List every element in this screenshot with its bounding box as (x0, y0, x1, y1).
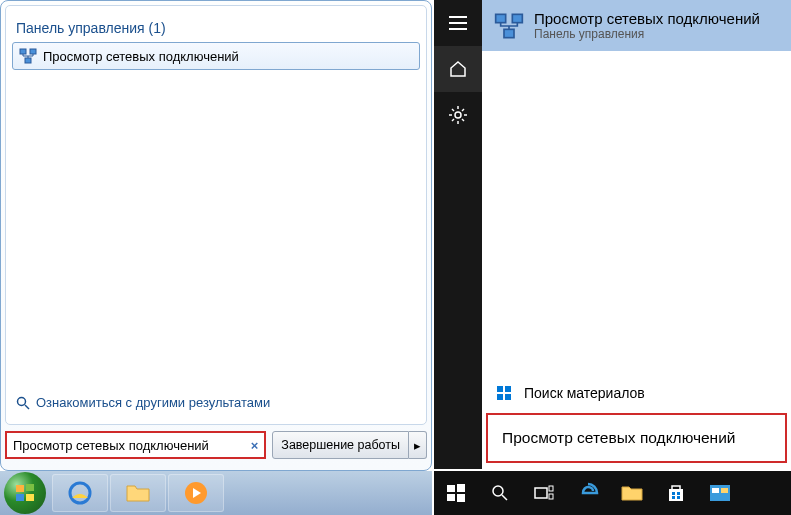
svg-rect-40 (677, 492, 680, 495)
folder-icon (621, 484, 643, 502)
svg-point-14 (455, 112, 461, 118)
store-icon (496, 385, 512, 401)
svg-line-19 (452, 109, 454, 111)
hamburger-button[interactable] (434, 0, 482, 46)
svg-rect-25 (504, 29, 514, 37)
win7-start-button[interactable] (4, 472, 46, 514)
win10-result-title: Просмотр сетевых подключений (534, 10, 760, 27)
win10-body (482, 51, 791, 375)
svg-rect-33 (457, 494, 465, 502)
svg-rect-32 (447, 494, 455, 501)
search-icon (491, 484, 509, 502)
win7-search-text: Просмотр сетевых подключений (13, 438, 251, 453)
store-icon (666, 483, 686, 503)
taskbar-store-button[interactable] (654, 471, 698, 515)
taskbar-explorer-button[interactable] (610, 471, 654, 515)
svg-rect-45 (721, 488, 728, 493)
taskbar-edge-button[interactable] (566, 471, 610, 515)
clear-icon[interactable]: × (251, 438, 259, 453)
win10-materials-label: Поиск материалов (524, 385, 645, 401)
hamburger-icon (449, 16, 467, 30)
svg-rect-23 (496, 14, 506, 22)
taskbar-media-button[interactable] (168, 474, 224, 512)
svg-line-20 (462, 119, 464, 121)
shutdown-button[interactable]: Завершение работы (272, 431, 409, 459)
win10-taskbar (434, 471, 791, 515)
svg-rect-39 (672, 492, 675, 495)
win7-results-pane: Панель управления (1) Просмотр сетевых п… (5, 5, 427, 425)
win10-start-button[interactable] (434, 471, 478, 515)
win7-category-header: Панель управления (1) (12, 12, 420, 42)
shutdown-label: Завершение работы (281, 438, 400, 452)
svg-rect-2 (25, 58, 31, 63)
svg-rect-30 (447, 485, 455, 492)
svg-rect-24 (512, 14, 522, 22)
svg-line-35 (502, 495, 507, 500)
svg-rect-36 (535, 488, 547, 498)
win7-start-menu: Панель управления (1) Просмотр сетевых п… (0, 0, 432, 471)
network-icon (494, 11, 524, 41)
svg-rect-8 (26, 494, 34, 501)
svg-rect-26 (497, 386, 503, 392)
network-icon (19, 47, 37, 65)
home-button[interactable] (434, 46, 482, 92)
shutdown-group: Завершение работы ▸ (272, 431, 427, 459)
win7-search-input[interactable]: Просмотр сетевых подключений × (5, 431, 266, 459)
app-icon (709, 484, 731, 502)
win10-search-input[interactable]: Просмотр сетевых подключений (486, 413, 787, 463)
search-icon (16, 396, 30, 410)
svg-line-22 (462, 109, 464, 111)
win10-search-materials[interactable]: Поиск материалов (482, 375, 791, 411)
svg-point-34 (493, 486, 503, 496)
svg-rect-29 (505, 394, 511, 400)
svg-rect-41 (672, 496, 675, 499)
svg-rect-37 (549, 486, 553, 491)
svg-rect-0 (20, 49, 26, 54)
chevron-right-icon: ▸ (414, 438, 421, 453)
win10-search-text: Просмотр сетевых подключений (502, 429, 736, 446)
taskbar-app-button[interactable] (698, 471, 742, 515)
svg-rect-44 (712, 488, 719, 493)
win10-rail (434, 0, 482, 469)
edge-icon (577, 482, 599, 504)
win10-search-button[interactable] (478, 471, 522, 515)
ie-icon (67, 480, 93, 506)
spacer (12, 70, 420, 387)
svg-rect-28 (497, 394, 503, 400)
home-icon (449, 60, 467, 78)
svg-point-3 (18, 397, 26, 405)
win10-content: Просмотр сетевых подключений Панель упра… (482, 0, 791, 469)
taskbar-ie-button[interactable] (52, 474, 108, 512)
win10-taskview-button[interactable] (522, 471, 566, 515)
svg-rect-5 (16, 485, 24, 492)
svg-rect-38 (549, 494, 553, 499)
win7-result-label: Просмотр сетевых подключений (43, 49, 239, 64)
media-player-icon (183, 480, 209, 506)
windows-icon (447, 484, 465, 502)
svg-rect-27 (505, 386, 511, 392)
win7-result-network-connections[interactable]: Просмотр сетевых подключений (12, 42, 420, 70)
svg-rect-6 (26, 484, 34, 491)
svg-line-21 (452, 119, 454, 121)
folder-icon (125, 482, 151, 504)
win7-more-results-text: Ознакомиться с другими результатами (36, 395, 270, 410)
shutdown-options-button[interactable]: ▸ (409, 431, 427, 459)
win7-taskbar (0, 471, 432, 515)
task-view-icon (534, 485, 554, 501)
win10-search-panel: Просмотр сетевых подключений Панель упра… (434, 0, 791, 469)
win7-bottom-row: Просмотр сетевых подключений × Завершени… (5, 425, 427, 459)
svg-line-4 (25, 405, 29, 409)
svg-rect-7 (16, 494, 24, 501)
win10-result-subtitle: Панель управления (534, 27, 760, 41)
svg-rect-31 (457, 484, 465, 492)
taskbar-explorer-button[interactable] (110, 474, 166, 512)
svg-rect-42 (677, 496, 680, 499)
win7-more-results-link[interactable]: Ознакомиться с другими результатами (12, 387, 420, 418)
win10-best-match[interactable]: Просмотр сетевых подключений Панель упра… (482, 0, 791, 51)
svg-point-9 (70, 483, 90, 503)
settings-button[interactable] (434, 92, 482, 138)
svg-rect-1 (30, 49, 36, 54)
gear-icon (449, 106, 467, 124)
